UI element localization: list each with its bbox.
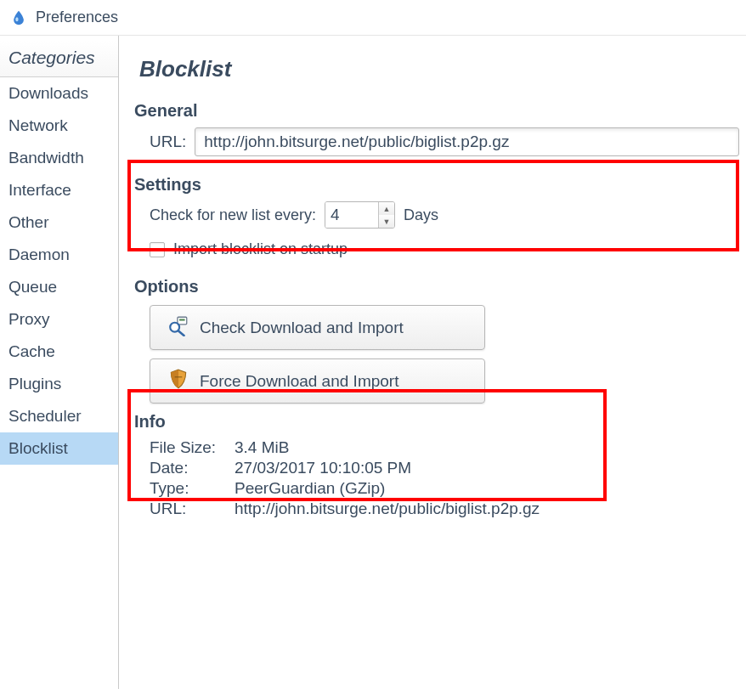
info-type-value: PeerGuardian (GZip): [235, 479, 739, 498]
sidebar-item-scheduler[interactable]: Scheduler: [0, 400, 118, 432]
force-download-label: Force Download and Import: [200, 372, 398, 391]
window-title: Preferences: [36, 8, 118, 26]
force-download-button[interactable]: Force Download and Import: [150, 358, 485, 404]
sidebar-item-interface[interactable]: Interface: [0, 174, 118, 206]
days-label: Days: [404, 206, 438, 224]
shield-icon: [167, 368, 189, 394]
sidebar-item-blocklist[interactable]: Blocklist: [0, 432, 118, 465]
sidebar-item-other[interactable]: Other: [0, 206, 118, 239]
sidebar-item-queue[interactable]: Queue: [0, 271, 118, 303]
svg-line-4: [178, 331, 184, 336]
section-options-title: Options: [134, 277, 739, 296]
info-grid: File Size: 3.4 MiB Date: 27/03/2017 10:1…: [134, 438, 739, 518]
general-url-row: URL:: [134, 127, 739, 156]
app-icon: [10, 9, 27, 26]
import-startup-label: Import blocklist on startup: [173, 240, 348, 258]
check-every-spinner[interactable]: ▲ ▼: [325, 201, 395, 229]
import-startup-checkbox[interactable]: [150, 242, 165, 257]
dialog-body: Categories Downloads Network Bandwidth I…: [0, 35, 746, 689]
info-url-value: http://john.bitsurge.net/public/biglist.…: [235, 500, 739, 518]
info-url-label: URL:: [150, 500, 235, 518]
url-label: URL:: [150, 133, 186, 151]
check-every-row: Check for new list every: ▲ ▼ Days: [134, 201, 739, 229]
sidebar-item-downloads[interactable]: Downloads: [0, 77, 118, 110]
magnifier-icon: [167, 314, 189, 341]
url-input[interactable]: [195, 127, 739, 156]
spinner-down-icon[interactable]: ▼: [379, 215, 394, 228]
main-panel: Blocklist General URL: Settings Check fo…: [119, 36, 746, 689]
check-every-value[interactable]: [325, 202, 378, 228]
info-date-label: Date:: [150, 459, 235, 477]
sidebar-item-network[interactable]: Network: [0, 110, 118, 142]
svg-rect-2: [179, 319, 185, 320]
sidebar-item-cache[interactable]: Cache: [0, 336, 118, 368]
page-title: Blocklist: [139, 56, 739, 82]
titlebar: Preferences: [0, 0, 746, 35]
check-download-button[interactable]: Check Download and Import: [150, 305, 485, 350]
info-filesize-value: 3.4 MiB: [235, 438, 739, 457]
sidebar-item-daemon[interactable]: Daemon: [0, 239, 118, 271]
sidebar-item-proxy[interactable]: Proxy: [0, 303, 118, 336]
spinner-up-icon[interactable]: ▲: [379, 202, 394, 215]
check-every-label: Check for new list every:: [150, 206, 316, 224]
section-settings-title: Settings: [134, 175, 739, 195]
info-date-value: 27/03/2017 10:10:05 PM: [235, 459, 739, 477]
section-general-title: General: [134, 101, 739, 121]
svg-point-0: [15, 17, 18, 21]
import-startup-row: Import blocklist on startup: [134, 240, 739, 258]
sidebar-item-bandwidth[interactable]: Bandwidth: [0, 142, 118, 174]
check-download-label: Check Download and Import: [200, 319, 404, 337]
section-info-title: Info: [134, 412, 739, 432]
info-type-label: Type:: [150, 479, 235, 498]
sidebar: Categories Downloads Network Bandwidth I…: [0, 36, 119, 689]
info-filesize-label: File Size:: [150, 438, 235, 457]
sidebar-header: Categories: [0, 41, 118, 77]
sidebar-item-plugins[interactable]: Plugins: [0, 368, 118, 400]
